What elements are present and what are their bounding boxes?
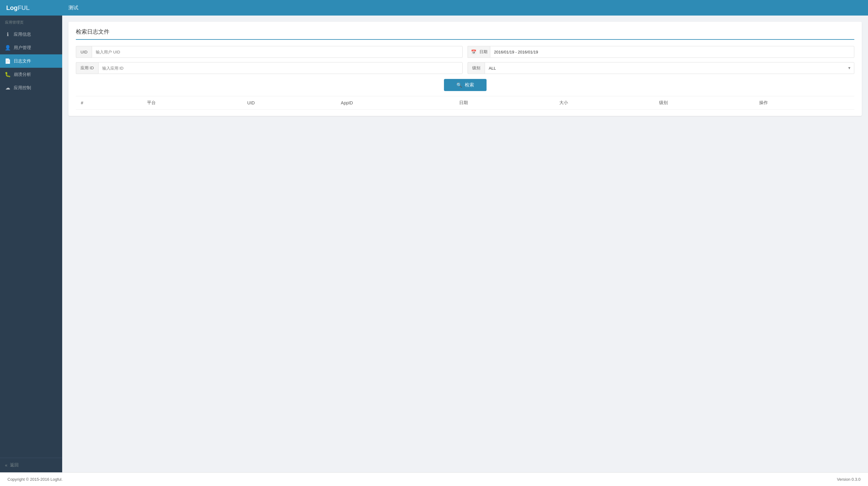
- form-row-1: UID 📅 日期: [76, 46, 854, 58]
- app-logo: LogFUL: [6, 4, 56, 11]
- calendar-icon: 📅: [468, 46, 479, 58]
- sidebar-item-label: 应用信息: [14, 32, 31, 37]
- copyright-text: Copyright © 2015-2016 Logful.: [7, 477, 62, 482]
- search-btn-row: 🔍 检索: [76, 79, 854, 91]
- level-label: 级别: [468, 62, 485, 74]
- info-icon: ℹ: [5, 31, 10, 37]
- sidebar-item-label: 日志文件: [14, 58, 31, 64]
- sidebar-item-app-info[interactable]: ℹ 应用信息: [0, 28, 62, 41]
- sidebar-item-user-mgmt[interactable]: 👤 用户管理: [0, 41, 62, 54]
- logo-log: Log: [6, 4, 18, 11]
- level-select[interactable]: ALL DEBUG INFO WARN ERROR: [485, 62, 854, 74]
- topbar: LogFUL 测试: [0, 0, 868, 15]
- col-level: 级别: [654, 96, 754, 110]
- col-date: 日期: [454, 96, 554, 110]
- user-icon: 👤: [5, 45, 10, 51]
- version-value: 0.3.0: [851, 477, 861, 482]
- col-uid: UID: [242, 96, 336, 110]
- card-title: 检索日志文件: [76, 28, 854, 40]
- sidebar: 应用管理页 ℹ 应用信息 👤 用户管理 📄 日志文件 🐛 崩溃分析 ☁ 应用控制…: [0, 15, 62, 472]
- sidebar-item-label: 应用控制: [14, 85, 31, 91]
- page-title: 测试: [68, 5, 79, 11]
- app-id-input[interactable]: [98, 62, 463, 74]
- search-card: 检索日志文件 UID 📅 日期 应用 ID: [68, 22, 862, 116]
- date-input[interactable]: [490, 46, 854, 58]
- results-table-container: # 平台 UID AppID 日期 大小 级别 操作: [76, 96, 854, 110]
- form-row-2: 应用 ID 级别 ALL DEBUG INFO WARN ERROR ▼: [76, 62, 854, 74]
- content-area: 检索日志文件 UID 📅 日期 应用 ID: [62, 15, 868, 472]
- col-platform: 平台: [142, 96, 242, 110]
- file-icon: 📄: [5, 58, 10, 64]
- sidebar-item-crash-analysis[interactable]: 🐛 崩溃分析: [0, 68, 62, 81]
- uid-input[interactable]: [92, 46, 463, 58]
- sidebar-item-label: 崩溃分析: [14, 72, 31, 77]
- col-appid: AppID: [336, 96, 454, 110]
- uid-label: UID: [76, 46, 92, 58]
- version-label: Version: [837, 477, 850, 482]
- col-size: 大小: [554, 96, 654, 110]
- cloud-icon: ☁: [5, 85, 10, 91]
- col-action: 操作: [754, 96, 854, 110]
- sidebar-collapse-button[interactable]: « 返回: [0, 458, 62, 472]
- sidebar-item-label: 用户管理: [14, 45, 31, 51]
- search-icon: 🔍: [456, 82, 462, 88]
- search-button[interactable]: 🔍 检索: [444, 79, 487, 91]
- uid-group: UID: [76, 46, 463, 58]
- main-layout: 应用管理页 ℹ 应用信息 👤 用户管理 📄 日志文件 🐛 崩溃分析 ☁ 应用控制…: [0, 15, 868, 472]
- logo-ful: FUL: [18, 4, 30, 11]
- date-label: 日期: [479, 46, 490, 58]
- col-num: #: [76, 96, 142, 110]
- footer: Copyright © 2015-2016 Logful. Version 0.…: [0, 472, 868, 486]
- sidebar-section-label: 应用管理页: [0, 15, 62, 28]
- chevron-left-icon: «: [5, 463, 7, 468]
- sidebar-item-log-files[interactable]: 📄 日志文件: [0, 54, 62, 68]
- results-table: # 平台 UID AppID 日期 大小 级别 操作: [76, 96, 854, 110]
- sidebar-item-app-control[interactable]: ☁ 应用控制: [0, 81, 62, 94]
- search-button-label: 检索: [465, 82, 474, 88]
- app-id-label: 应用 ID: [76, 62, 98, 74]
- collapse-label: 返回: [10, 462, 19, 468]
- version-text: Version 0.3.0: [837, 477, 861, 482]
- crash-icon: 🐛: [5, 71, 10, 77]
- date-group: 📅 日期: [468, 46, 854, 58]
- level-select-wrapper: ALL DEBUG INFO WARN ERROR ▼: [485, 62, 854, 74]
- level-group: 级别 ALL DEBUG INFO WARN ERROR ▼: [468, 62, 854, 74]
- table-header-row: # 平台 UID AppID 日期 大小 级别 操作: [76, 96, 854, 110]
- app-id-group: 应用 ID: [76, 62, 463, 74]
